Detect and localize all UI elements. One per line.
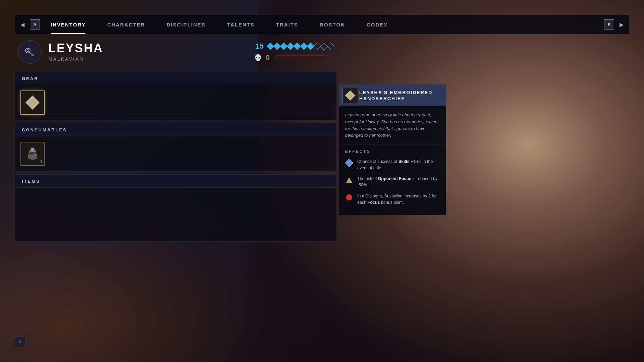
- tab-disciplines[interactable]: DISCIPLINES: [156, 15, 216, 34]
- gear-title: GEAR: [22, 76, 39, 81]
- character-name: LEYSHA: [48, 42, 254, 54]
- effect-row-1: Chance of success of Skills +10% in the …: [345, 159, 440, 171]
- svg-point-0: [25, 48, 30, 53]
- items-content: [15, 188, 336, 241]
- effect-text-2: The risk of Opponent Focus is reduced by…: [357, 176, 440, 188]
- effect-icon-2: [345, 176, 353, 184]
- character-header: LEYSHA MALKAVIAN 15: [15, 40, 337, 64]
- flask-icon: [25, 146, 40, 161]
- effects-section: EFFECTS Chance of success of Skills +10%…: [339, 144, 446, 215]
- navigation-bar: ◀ A INVENTORY CHARACTER DISCIPLINES TALE…: [15, 15, 629, 34]
- hp-value: 0: [266, 53, 272, 62]
- tab-traits[interactable]: TRAITS: [265, 15, 309, 34]
- effect-row-2: The risk of Opponent Focus is reduced by…: [345, 176, 440, 188]
- character-icon: [18, 40, 42, 64]
- consumables-title: CONSUMABLES: [22, 127, 67, 132]
- effect-text-3: In a Dialogue, Suspicion increases by 2 …: [357, 193, 440, 206]
- skill-diamond-icon: [345, 159, 353, 167]
- tab-boston[interactable]: BOSTON: [309, 15, 356, 34]
- gear-slot-handkerchief[interactable]: [20, 90, 45, 115]
- detail-diamond-shape: [345, 90, 355, 101]
- consumables-header: CONSUMABLES: [15, 123, 336, 136]
- svg-rect-6: [31, 150, 35, 152]
- tab-codex[interactable]: CODEX: [356, 15, 398, 34]
- red-circle-icon: [346, 194, 352, 200]
- consumables-section: CONSUMABLES 1: [15, 123, 337, 172]
- effect-icon-1: [345, 159, 353, 167]
- detail-item-icon: [342, 88, 358, 103]
- consumable-slot-flask[interactable]: 1: [20, 142, 45, 166]
- gear-section: GEAR: [15, 72, 337, 120]
- key-icon: [24, 46, 36, 58]
- main-panel: LEYSHA MALKAVIAN 15: [15, 40, 337, 244]
- nav-left-arrow[interactable]: ◀: [15, 15, 30, 34]
- nav-tabs: INVENTORY CHARACTER DISCIPLINES TALENTS …: [40, 15, 604, 34]
- gear-header: GEAR: [15, 72, 336, 85]
- nav-right-arrow[interactable]: ▶: [614, 15, 629, 34]
- diamond-10-empty: [327, 43, 335, 50]
- items-section: ITEMS: [15, 174, 337, 242]
- level-row: 15: [254, 42, 333, 51]
- items-title: ITEMS: [22, 179, 40, 184]
- flask-count: 1: [40, 160, 42, 164]
- level-value: 15: [254, 42, 264, 51]
- effect-icon-3: [345, 193, 353, 201]
- character-info: LEYSHA MALKAVIAN: [48, 42, 254, 62]
- bottom-menu-icon: ≡: [18, 339, 21, 345]
- detail-header: LEYSHA'S EMBROIDERED HANDKERCHIEF: [339, 85, 446, 106]
- handkerchief-icon: [25, 95, 40, 110]
- detail-title: LEYSHA'S EMBROIDERED HANDKERCHIEF: [359, 89, 439, 102]
- consumables-content: 1: [15, 136, 336, 171]
- nav-key-a: A: [30, 19, 40, 29]
- hp-row: 💀 0: [254, 53, 333, 62]
- detail-panel: LEYSHA'S EMBROIDERED HANDKERCHIEF Leysha…: [339, 84, 446, 215]
- effect-row-3: In a Dialogue, Suspicion increases by 2 …: [345, 193, 440, 206]
- flask-svg: [26, 147, 39, 161]
- gear-content: [15, 85, 336, 120]
- level-diamonds: [268, 44, 333, 49]
- diamond-item-shape: [25, 96, 40, 110]
- svg-rect-5: [31, 148, 34, 150]
- character-stats: 15 💀 0: [254, 42, 333, 62]
- svg-point-1: [27, 50, 29, 52]
- bottom-menu-button[interactable]: ≡: [15, 337, 25, 347]
- effect-text-1: Chance of success of Skills +10% in the …: [357, 159, 440, 171]
- tab-talents[interactable]: TALENTS: [216, 15, 265, 34]
- detail-description: Leysha remembers very little about her p…: [339, 106, 446, 144]
- effects-title: EFFECTS: [345, 149, 440, 154]
- hp-bar: [276, 55, 330, 60]
- character-class: MALKAVIAN: [48, 56, 254, 62]
- nav-key-e: E: [604, 19, 614, 29]
- skull-icon: 💀: [254, 54, 262, 61]
- arrow-up-icon: [346, 177, 352, 183]
- tab-character[interactable]: CHARACTER: [97, 15, 156, 34]
- tab-inventory[interactable]: INVENTORY: [40, 15, 97, 34]
- items-header: ITEMS: [15, 175, 336, 188]
